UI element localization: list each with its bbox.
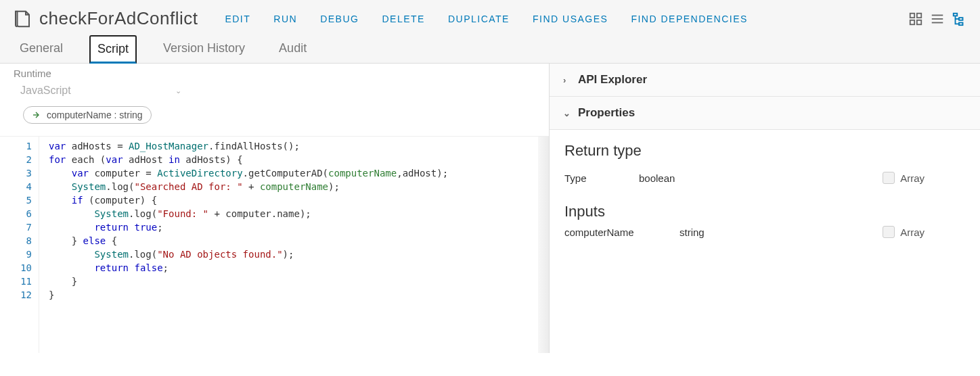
input-param-icon <box>32 110 43 120</box>
tab-general[interactable]: General <box>12 35 70 64</box>
svg-rect-3 <box>917 20 921 24</box>
script-icon <box>12 9 32 29</box>
code-line[interactable]: var computer = ActiveDirectory.getComput… <box>49 166 549 180</box>
input-name: computerName <box>564 227 680 238</box>
scrollbar-vertical[interactable] <box>538 137 549 353</box>
svg-rect-1 <box>917 13 921 17</box>
code-line[interactable]: System.log("Found: " + computer.name); <box>49 207 549 220</box>
right-pane: › API Explorer ⌄ Properties Return type … <box>550 64 980 353</box>
return-type-header: Return type <box>564 142 965 160</box>
action-run[interactable]: RUN <box>273 14 297 24</box>
properties-title: Properties <box>578 106 635 120</box>
chevron-right-icon: › <box>563 75 573 85</box>
line-number: 2 <box>3 153 32 166</box>
tabs: General Script Version History Audit <box>0 34 980 64</box>
input-row: computerNamestringArray <box>564 226 965 238</box>
action-bar: EDIT RUN DEBUG DELETE DUPLICATE FIND USA… <box>225 14 747 24</box>
code-line[interactable]: } else { <box>49 234 549 248</box>
type-value: boolean <box>639 172 754 184</box>
runtime-value: JavaScript <box>20 85 71 97</box>
line-number: 9 <box>3 248 32 261</box>
code-line[interactable]: System.log("No AD objects found."); <box>49 248 549 261</box>
code-line[interactable]: return true; <box>49 220 549 234</box>
code-area[interactable]: var adHosts = AD_HostManager.findAllHost… <box>39 137 549 353</box>
list-view-icon[interactable] <box>930 11 945 26</box>
array-label: Array <box>900 172 925 184</box>
title-wrap: checkForAdConflict <box>12 8 198 29</box>
inputs-header: Inputs <box>564 203 965 220</box>
action-duplicate[interactable]: DUPLICATE <box>448 14 510 24</box>
svg-rect-2 <box>910 20 914 24</box>
view-toggles <box>908 11 966 26</box>
code-line[interactable]: if (computer) { <box>49 193 549 207</box>
tab-audit[interactable]: Audit <box>271 35 314 64</box>
inputs-list: computerNamestringArray <box>564 226 965 238</box>
code-line[interactable]: } <box>49 288 549 302</box>
array-checkbox[interactable] <box>883 172 895 184</box>
runtime-section: Runtime JavaScript ⌄ computerName : stri… <box>0 64 549 136</box>
code-line[interactable]: } <box>49 275 549 288</box>
properties-header[interactable]: ⌄ Properties <box>550 97 980 130</box>
svg-rect-7 <box>954 13 958 16</box>
chevron-down-icon: ⌄ <box>175 87 181 95</box>
line-number: 12 <box>3 288 32 302</box>
param-chip-label: computerName : string <box>47 110 143 120</box>
left-pane: Runtime JavaScript ⌄ computerName : stri… <box>0 64 550 353</box>
action-debug[interactable]: DEBUG <box>320 14 359 24</box>
svg-rect-9 <box>959 22 963 25</box>
line-number: 7 <box>3 220 32 234</box>
code-editor[interactable]: 123456789101112 var adHosts = AD_HostMan… <box>0 136 549 353</box>
tab-version-history[interactable]: Version History <box>156 35 252 64</box>
chevron-down-icon: ⌄ <box>563 108 573 118</box>
action-find-dependencies[interactable]: FIND DEPENDENCIES <box>631 14 748 24</box>
type-label: Type <box>564 172 639 184</box>
line-number: 6 <box>3 207 32 220</box>
api-explorer-header[interactable]: › API Explorer <box>550 64 980 97</box>
code-line[interactable]: return false; <box>49 261 549 275</box>
action-find-usages[interactable]: FIND USAGES <box>533 14 608 24</box>
line-number: 4 <box>3 180 32 193</box>
code-line[interactable]: var adHosts = AD_HostManager.findAllHost… <box>49 139 549 153</box>
tree-view-icon[interactable] <box>952 11 966 26</box>
action-edit[interactable]: EDIT <box>225 14 250 24</box>
code-line[interactable]: for each (var adHost in adHosts) { <box>49 153 549 166</box>
line-number: 3 <box>3 166 32 180</box>
line-number: 1 <box>3 139 32 153</box>
api-explorer-title: API Explorer <box>578 73 647 87</box>
line-number: 11 <box>3 275 32 288</box>
input-array-checkbox[interactable] <box>883 226 895 238</box>
input-array-label: Array <box>900 227 925 238</box>
line-number: 8 <box>3 234 32 248</box>
line-number: 10 <box>3 261 32 275</box>
svg-rect-8 <box>959 18 963 20</box>
input-type: string <box>680 227 795 238</box>
action-delete[interactable]: DELETE <box>382 14 424 24</box>
toolbar: checkForAdConflict EDIT RUN DEBUG DELETE… <box>0 0 980 34</box>
properties-body: Return type Type boolean Array Inputs co… <box>550 130 980 269</box>
param-chip[interactable]: computerName : string <box>23 106 152 124</box>
grid-view-icon[interactable] <box>908 11 923 26</box>
line-number: 5 <box>3 193 32 207</box>
line-number-gutter: 123456789101112 <box>0 137 39 353</box>
tab-script[interactable]: Script <box>89 35 137 64</box>
return-type-row: Type boolean Array <box>564 172 965 184</box>
runtime-label: Runtime <box>14 68 539 79</box>
page-title: checkForAdConflict <box>39 8 198 29</box>
runtime-select[interactable]: JavaScript ⌄ <box>14 82 188 99</box>
svg-rect-0 <box>910 13 914 17</box>
main: Runtime JavaScript ⌄ computerName : stri… <box>0 64 980 353</box>
code-line[interactable]: System.log("Searched AD for: " + compute… <box>49 180 549 193</box>
